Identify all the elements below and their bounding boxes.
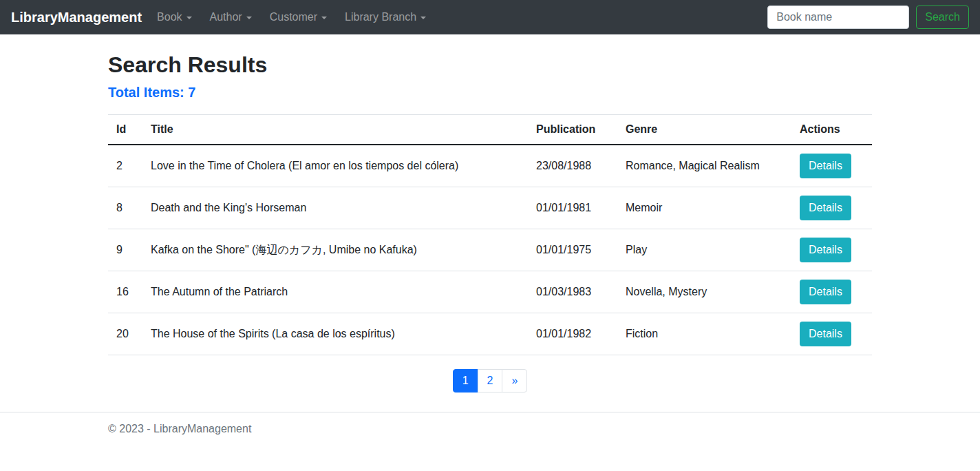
nav-item-label: Book bbox=[157, 11, 182, 23]
cell-publication: 01/03/1983 bbox=[528, 271, 617, 313]
details-button[interactable]: Details bbox=[800, 196, 851, 220]
cell-publication: 01/01/1975 bbox=[528, 229, 617, 271]
details-button[interactable]: Details bbox=[800, 238, 851, 262]
cell-id: 16 bbox=[108, 271, 142, 313]
pagination-page-2[interactable]: 2 bbox=[478, 369, 503, 392]
details-button[interactable]: Details bbox=[800, 322, 851, 346]
footer-text: © 2023 - LibraryManagement bbox=[98, 423, 882, 435]
table-row: 16 The Autumn of the Patriarch 01/03/198… bbox=[108, 271, 872, 313]
cell-title: The Autumn of the Patriarch bbox=[142, 271, 528, 313]
cell-genre: Fiction bbox=[617, 313, 791, 355]
cell-id: 2 bbox=[108, 145, 142, 187]
cell-actions: Details bbox=[791, 187, 872, 229]
cell-title: Death and the King's Horseman bbox=[142, 187, 528, 229]
main-content: Search Results Total Items: 7 IdTitlePub… bbox=[98, 34, 882, 392]
table-header-row: IdTitlePublicationGenreActions bbox=[108, 115, 872, 145]
cell-publication: 23/08/1988 bbox=[528, 145, 617, 187]
details-button[interactable]: Details bbox=[800, 154, 851, 178]
chevron-down-icon bbox=[420, 17, 426, 19]
cell-title: The House of the Spirits (La casa de los… bbox=[142, 313, 528, 355]
cell-id: 20 bbox=[108, 313, 142, 355]
cell-id: 8 bbox=[108, 187, 142, 229]
navbar-menu: Book Author Customer Library Branch bbox=[151, 6, 767, 29]
navbar: LibraryManagement Book Author Customer L… bbox=[0, 0, 980, 34]
cell-title: Love in the Time of Cholera (El amor en … bbox=[142, 145, 528, 187]
nav-item-label: Library Branch bbox=[345, 11, 416, 23]
table-row: 2 Love in the Time of Cholera (El amor e… bbox=[108, 145, 872, 187]
cell-publication: 01/01/1981 bbox=[528, 187, 617, 229]
column-header-genre: Genre bbox=[617, 115, 791, 145]
cell-genre: Romance, Magical Realism bbox=[617, 145, 791, 187]
search-input[interactable] bbox=[767, 6, 909, 29]
navbar-search-group: Search bbox=[767, 6, 969, 29]
cell-title: Kafka on the Shore" (海辺のカフカ, Umibe no Ka… bbox=[142, 229, 528, 271]
cell-actions: Details bbox=[791, 271, 872, 313]
chevron-down-icon bbox=[246, 17, 252, 19]
nav-item-customer[interactable]: Customer bbox=[264, 6, 332, 29]
cell-actions: Details bbox=[791, 229, 872, 271]
total-items-label: Total Items: 7 bbox=[108, 85, 872, 101]
pagination: 12» bbox=[108, 369, 872, 392]
table-row: 9 Kafka on the Shore" (海辺のカフカ, Umibe no … bbox=[108, 229, 872, 271]
pagination-next[interactable]: » bbox=[502, 369, 527, 392]
cell-id: 9 bbox=[108, 229, 142, 271]
column-header-publication: Publication bbox=[528, 115, 617, 145]
cell-actions: Details bbox=[791, 313, 872, 355]
cell-publication: 01/01/1982 bbox=[528, 313, 617, 355]
table-row: 20 The House of the Spirits (La casa de … bbox=[108, 313, 872, 355]
chevron-down-icon bbox=[187, 17, 192, 19]
page-title: Search Results bbox=[108, 52, 872, 78]
brand-link[interactable]: LibraryManagement bbox=[11, 10, 142, 25]
column-header-id: Id bbox=[108, 115, 142, 145]
pagination-page-1[interactable]: 1 bbox=[453, 369, 478, 392]
search-button[interactable]: Search bbox=[916, 6, 969, 29]
nav-item-label: Customer bbox=[270, 11, 317, 23]
details-button[interactable]: Details bbox=[800, 280, 851, 304]
chevron-down-icon bbox=[321, 17, 327, 19]
column-header-actions: Actions bbox=[791, 115, 872, 145]
nav-item-library-branch[interactable]: Library Branch bbox=[339, 6, 432, 29]
table-body: 2 Love in the Time of Cholera (El amor e… bbox=[108, 145, 872, 355]
cell-genre: Play bbox=[617, 229, 791, 271]
table-row: 8 Death and the King's Horseman 01/01/19… bbox=[108, 187, 872, 229]
cell-genre: Novella, Mystery bbox=[617, 271, 791, 313]
results-table: IdTitlePublicationGenreActions 2 Love in… bbox=[108, 114, 872, 355]
nav-item-author[interactable]: Author bbox=[204, 6, 257, 29]
cell-actions: Details bbox=[791, 145, 872, 187]
page-footer: © 2023 - LibraryManagement bbox=[0, 412, 980, 466]
nav-item-label: Author bbox=[210, 11, 242, 23]
cell-genre: Memoir bbox=[617, 187, 791, 229]
column-header-title: Title bbox=[142, 115, 528, 145]
nav-item-book[interactable]: Book bbox=[151, 6, 197, 29]
